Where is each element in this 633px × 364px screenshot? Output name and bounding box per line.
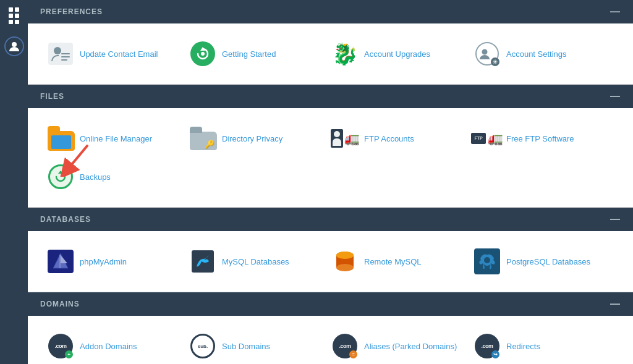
menu-item-backups[interactable]: Backups	[40, 158, 182, 196]
svg-point-8	[495, 61, 496, 63]
menu-item-aliases-parked[interactable]: .com = Aliases (Parked Domains)	[325, 327, 467, 364]
section-title-files: FILES	[40, 92, 64, 101]
menu-item-remote-mysql[interactable]: Remote MySQL	[325, 242, 467, 281]
section-domains: DOMAINS — .com + Addon Domains sub. Sub	[28, 292, 633, 364]
account-settings-icon	[474, 41, 500, 67]
label-update-contact-email: Update Contact Email	[80, 49, 158, 59]
collapse-databases-icon[interactable]: —	[610, 214, 621, 225]
svg-rect-4	[61, 59, 67, 61]
svg-point-18	[336, 252, 354, 259]
label-backups: Backups	[80, 172, 111, 182]
svg-rect-2	[61, 53, 70, 54]
section-title-domains: DOMAINS	[40, 300, 80, 308]
menu-item-phpmyadmin[interactable]: phpMyAdmin	[40, 242, 182, 281]
collapse-domains-icon[interactable]: —	[610, 298, 621, 310]
label-account-settings: Account Settings	[506, 49, 567, 59]
section-body-databases: phpMyAdmin MySQL Databases	[28, 231, 633, 292]
menu-item-postgresql-databases[interactable]: PostgreSQL Databases	[467, 242, 609, 281]
label-remote-mysql: Remote MySQL	[364, 257, 421, 266]
section-preferences: PREFERENCES — Update	[28, 0, 633, 85]
menu-item-sub-domains[interactable]: sub. Sub Domains	[182, 327, 325, 364]
label-aliases-parked: Aliases (Parked Domains)	[364, 342, 457, 351]
label-directory-privacy: Directory Privacy	[222, 134, 283, 143]
menu-item-mysql-databases[interactable]: MySQL Databases	[182, 242, 325, 281]
backups-icon	[48, 164, 74, 190]
contact-icon	[48, 41, 74, 67]
menu-item-ftp-accounts[interactable]: 🚛 FTP Accounts	[325, 119, 467, 158]
user-avatar[interactable]	[4, 36, 24, 56]
collapse-files-icon[interactable]: —	[610, 91, 621, 102]
ftp-accounts-icon: 🚛	[332, 125, 358, 151]
label-mysql-databases: MySQL Databases	[222, 257, 289, 266]
section-header-domains: DOMAINS —	[28, 292, 633, 316]
directory-privacy-icon: 🔑	[190, 125, 216, 151]
svg-point-20	[484, 257, 490, 263]
section-databases: DATABASES — phpMyAdmin	[28, 208, 633, 292]
section-header-databases: DATABASES —	[28, 208, 633, 231]
postgresql-icon	[474, 248, 500, 274]
svg-rect-3	[61, 56, 70, 57]
label-postgresql-databases: PostgreSQL Databases	[506, 257, 590, 266]
svg-point-17	[336, 264, 354, 271]
addon-domains-icon: .com +	[48, 333, 74, 359]
file-manager-icon	[48, 125, 74, 151]
menu-item-addon-domains[interactable]: .com + Addon Domains	[40, 327, 182, 364]
section-header-preferences: PREFERENCES —	[28, 0, 633, 23]
label-redirects: Redirects	[506, 342, 540, 351]
label-phpmyadmin: phpMyAdmin	[80, 257, 127, 266]
getting-started-icon	[190, 41, 216, 67]
label-getting-started: Getting Started	[222, 49, 276, 59]
apps-grid-icon[interactable]	[6, 5, 22, 27]
free-ftp-icon: FTP 🚛	[474, 125, 500, 151]
menu-item-getting-started[interactable]: Getting Started	[182, 35, 325, 73]
svg-point-7	[482, 49, 488, 55]
menu-item-online-file-manager[interactable]: Online File Manager	[40, 119, 182, 158]
remote-mysql-icon	[332, 248, 358, 274]
menu-item-update-contact-email[interactable]: Update Contact Email	[40, 35, 182, 73]
label-addon-domains: Addon Domains	[80, 342, 137, 351]
label-account-upgrades: Account Upgrades	[364, 49, 430, 59]
svg-point-0	[12, 42, 17, 47]
menu-item-directory-privacy[interactable]: 🔑 Directory Privacy	[182, 119, 325, 158]
account-upgrades-icon: 🐉	[332, 41, 358, 67]
label-free-ftp-software: Free FTP Software	[506, 134, 574, 143]
aliases-parked-icon: .com =	[332, 333, 358, 359]
svg-point-6	[201, 52, 205, 56]
menu-item-account-settings[interactable]: Account Settings	[467, 35, 609, 73]
label-sub-domains: Sub Domains	[222, 342, 270, 351]
redirects-icon: .com ↪	[474, 333, 500, 359]
section-title-databases: DATABASES	[40, 215, 91, 224]
main-content: PREFERENCES — Update	[28, 0, 633, 364]
section-header-files: FILES —	[28, 85, 633, 108]
menu-item-account-upgrades[interactable]: 🐉 Account Upgrades	[325, 35, 467, 73]
sub-domains-icon: sub.	[190, 333, 216, 359]
section-body-preferences: Update Contact Email Getting Started	[28, 23, 633, 85]
section-body-domains: .com + Addon Domains sub. Sub Domains .c…	[28, 316, 633, 364]
sidebar	[0, 0, 28, 364]
menu-item-free-ftp-software[interactable]: FTP 🚛 Free FTP Software	[467, 119, 609, 158]
label-online-file-manager: Online File Manager	[80, 134, 152, 143]
svg-point-1	[54, 47, 61, 54]
section-files: FILES — Online File Manager	[28, 85, 633, 208]
mysql-icon	[190, 248, 216, 274]
phpmyadmin-icon	[48, 248, 74, 274]
svg-marker-13	[61, 255, 67, 263]
collapse-preferences-icon[interactable]: —	[610, 6, 621, 17]
menu-item-redirects[interactable]: .com ↪ Redirects	[467, 327, 609, 364]
section-body-files: Online File Manager	[28, 108, 633, 208]
label-ftp-accounts: FTP Accounts	[364, 134, 414, 143]
section-title-preferences: PREFERENCES	[40, 7, 103, 16]
